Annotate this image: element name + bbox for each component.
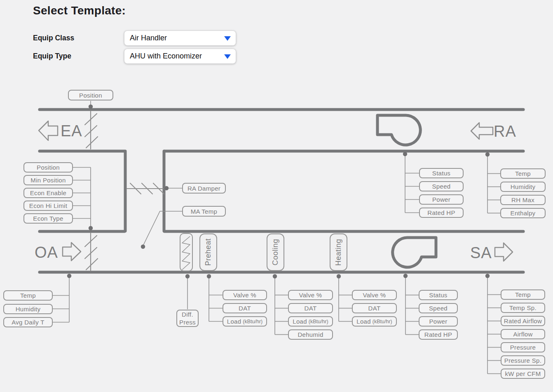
- tag-cooling-coil-dehumid[interactable]: Dehumid: [288, 329, 333, 340]
- tag-supply-air-pressure-sp[interactable]: Pressure Sp.: [501, 355, 545, 366]
- tag-preheat-coil-dat[interactable]: DAT: [223, 303, 267, 313]
- filter-coil-icon: [180, 233, 192, 271]
- tag-return-air-rh-max[interactable]: RH Max: [500, 195, 546, 205]
- tag-supply-air-airflow[interactable]: Airflow: [501, 329, 545, 339]
- tag-filter-diff-press[interactable]: Diff.Press: [176, 310, 199, 327]
- tag-cooling-coil-dat[interactable]: DAT: [288, 303, 333, 313]
- tag-return-air-enthalpy[interactable]: Enthalpy: [500, 208, 546, 218]
- ra-arrow-icon: [471, 123, 493, 139]
- tag-return-fan-power[interactable]: Power: [419, 194, 464, 205]
- ea-stream-label: EA: [61, 122, 82, 140]
- supply-air-connectors: [485, 274, 501, 374]
- heating-coil-connectors: [337, 274, 352, 322]
- tag-ea-damper-position[interactable]: Position: [68, 90, 113, 100]
- tag-supply-fan-speed[interactable]: Speed: [419, 303, 458, 313]
- supply-fan-icon: [393, 238, 436, 267]
- return-fan-icon: [377, 115, 420, 145]
- ea-damper-icon: [85, 111, 98, 149]
- heating-coil-label: Heating: [334, 239, 343, 266]
- oa-arrow-icon: [63, 243, 81, 261]
- tag-recirc-damper-ra-damper[interactable]: RA Damper: [182, 183, 226, 194]
- tag-supply-air-pressure[interactable]: Pressure: [501, 342, 545, 352]
- tag-unit-label: (kBtu/hr): [309, 319, 328, 324]
- tag-heating-coil-valve[interactable]: Valve %: [352, 290, 397, 300]
- preheat-coil-connectors: [207, 274, 223, 322]
- tag-supply-fan-rated-hp[interactable]: Rated HP: [419, 329, 458, 340]
- ra-stream-label: RA: [494, 123, 516, 140]
- tag-return-fan-rated-hp[interactable]: Rated HP: [419, 208, 464, 218]
- preheat-coil-label: Preheat: [204, 238, 213, 266]
- tag-economizer-damper-econ-hi-limit[interactable]: Econ Hi Limit: [23, 201, 73, 211]
- tag-economizer-damper-min-position[interactable]: Min Position: [23, 175, 73, 185]
- tag-outside-air-temp[interactable]: Temp: [3, 290, 53, 301]
- cooling-coil-label: Cooling: [271, 239, 280, 266]
- tag-supply-air-kw-per-cfm[interactable]: kW per CFM: [501, 369, 545, 379]
- tag-preheat-coil-load[interactable]: Load(kBtu/hr): [223, 316, 267, 327]
- recirc-damper-connectors: [164, 186, 182, 190]
- tag-supply-fan-power[interactable]: Power: [419, 316, 458, 327]
- tag-outside-air-avg-daily-t[interactable]: Avg Daily T: [3, 317, 53, 327]
- tag-cooling-coil-load[interactable]: Load(kBtu/hr): [288, 316, 333, 327]
- tag-mixed-air-ma-temp[interactable]: MA Temp: [182, 206, 226, 217]
- tag-heating-coil-dat[interactable]: DAT: [352, 303, 397, 313]
- tag-unit-label: (kBtu/hr): [243, 319, 262, 324]
- oa-stream-label: OA: [35, 244, 58, 261]
- ahu-schematic: [0, 0, 553, 392]
- cooling-coil-connectors: [273, 274, 288, 335]
- return-fan-connectors: [403, 152, 419, 213]
- tag-heating-coil-load[interactable]: Load(kBtu/hr): [352, 316, 397, 327]
- tag-supply-air-temp-sp[interactable]: Temp Sp.: [501, 303, 545, 313]
- sa-arrow-icon: [495, 243, 513, 261]
- supply-fan-connectors: [403, 274, 419, 335]
- filter-connectors: [185, 274, 190, 309]
- tag-economizer-damper-position[interactable]: Position: [23, 162, 73, 173]
- tag-label: Load: [356, 318, 371, 325]
- tag-cooling-coil-valve[interactable]: Valve %: [288, 290, 333, 300]
- tag-label-line: Press: [179, 318, 196, 327]
- tag-outside-air-humidity[interactable]: Humidity: [3, 304, 53, 314]
- cooling-coil-box: Cooling: [267, 233, 284, 271]
- outside-air-connectors: [53, 274, 71, 322]
- preheat-coil-box: Preheat: [199, 233, 217, 271]
- return-air-connectors: [485, 152, 500, 213]
- tag-label-line: Diff.: [182, 310, 193, 319]
- tag-preheat-coil-valve[interactable]: Valve %: [223, 290, 267, 300]
- sa-stream-label: SA: [470, 244, 492, 262]
- tag-unit-label: (kBtu/hr): [373, 319, 392, 324]
- tag-return-air-temp[interactable]: Temp: [500, 168, 546, 179]
- tag-supply-air-rated-airflow[interactable]: Rated Airflow: [501, 316, 545, 326]
- ea-damper-connectors: [89, 101, 93, 109]
- tag-economizer-damper-econ-type[interactable]: Econ Type: [23, 213, 73, 224]
- recirc-damper-icon: [127, 183, 164, 194]
- tag-return-fan-speed[interactable]: Speed: [419, 181, 464, 191]
- heating-coil-box: Heating: [330, 233, 347, 271]
- economizer-damper-connectors: [73, 168, 93, 231]
- ea-arrow-icon: [39, 121, 58, 140]
- tag-label: Load: [293, 318, 307, 325]
- tag-economizer-damper-econ-enable[interactable]: Econ Enable: [23, 188, 73, 198]
- tag-supply-fan-status[interactable]: Status: [419, 290, 458, 300]
- tag-return-fan-status[interactable]: Status: [419, 168, 464, 178]
- tag-supply-air-temp[interactable]: Temp: [501, 289, 545, 300]
- tag-return-air-humidity[interactable]: Humidity: [500, 182, 546, 192]
- oa-damper-icon: [85, 233, 98, 271]
- tag-label: Load: [227, 318, 241, 325]
